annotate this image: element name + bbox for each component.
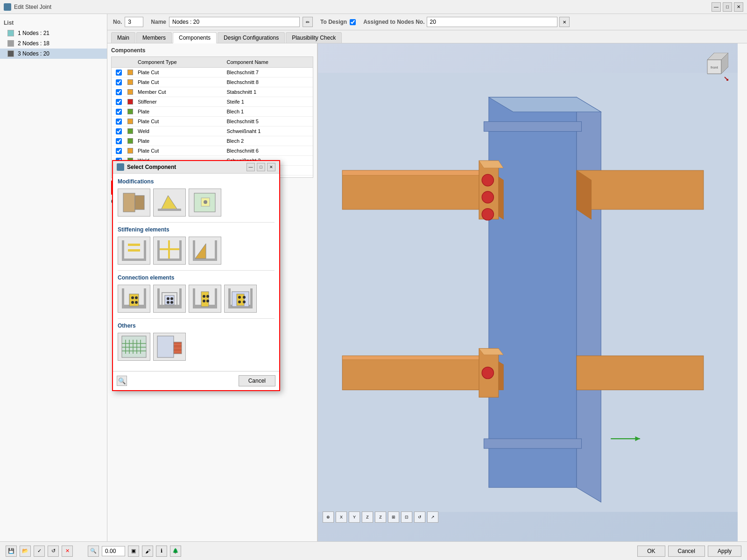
modal-minimize-button[interactable]: —: [247, 163, 255, 171]
refresh-button[interactable]: ↺: [48, 546, 59, 557]
table-row[interactable]: Weld Schweißnaht 1: [112, 126, 313, 136]
modifications-title: Modifications: [118, 178, 275, 185]
minimize-button[interactable]: —: [712, 2, 721, 12]
mod-component-3[interactable]: [189, 189, 221, 217]
view-extra-button[interactable]: ↗: [427, 511, 438, 523]
svg-point-53: [206, 295, 209, 298]
sidebar-item-2[interactable]: 2 Nodes : 18: [0, 38, 107, 49]
modal-close-button[interactable]: ✕: [267, 163, 275, 171]
cancel-button[interactable]: Cancel: [668, 546, 705, 557]
svg-rect-83: [342, 170, 489, 210]
view-x-button[interactable]: X: [336, 511, 347, 523]
axis-view-button[interactable]: ⊕: [323, 511, 334, 523]
row-name-5: Blechschnitt 5: [224, 118, 313, 125]
stiff-component-1[interactable]: [118, 237, 150, 265]
table-row[interactable]: Plate Cut Blechschnitt 7: [112, 68, 313, 77]
sidebar-item-3[interactable]: 3 Nodes : 20: [0, 49, 107, 59]
sidebar: List 1 Nodes : 212 Nodes : 183 Nodes : 2…: [0, 14, 107, 541]
other-component-2[interactable]: [153, 333, 186, 361]
tree-button[interactable]: 🌲: [170, 546, 181, 557]
name-edit-button[interactable]: ✏: [303, 17, 313, 27]
to-design-checkbox[interactable]: [350, 19, 356, 25]
apply-button[interactable]: Apply: [708, 546, 741, 557]
svg-rect-57: [228, 288, 231, 308]
mod-component-2[interactable]: [153, 189, 186, 217]
row-checkbox-1[interactable]: [116, 79, 122, 85]
svg-rect-40: [157, 288, 160, 308]
conn-component-3[interactable]: [189, 285, 221, 313]
svg-rect-32: [122, 288, 124, 308]
view-cube[interactable]: front: [700, 53, 728, 81]
modal-cancel-button[interactable]: Cancel: [239, 375, 275, 386]
table-row[interactable]: Member Cut Stabschnitt 1: [112, 87, 313, 97]
tab-plausibility[interactable]: Plausibility Check: [286, 32, 342, 43]
row-checkbox-7[interactable]: [116, 138, 122, 144]
no-field[interactable]: 3: [125, 17, 143, 27]
tab-design-config[interactable]: Design Configurations: [218, 32, 285, 43]
table-row[interactable]: Stiffener Steife 1: [112, 97, 313, 107]
table-row[interactable]: Plate Cut Blechschnitt 6: [112, 146, 313, 156]
assigned-field[interactable]: 20: [427, 17, 557, 27]
svg-rect-10: [135, 196, 144, 210]
svg-rect-16: [122, 259, 146, 261]
table-row[interactable]: Plate Blech 1: [112, 107, 313, 117]
assigned-edit-button[interactable]: ✕: [559, 17, 570, 27]
maximize-button[interactable]: □: [723, 2, 732, 12]
to-design-label: To Design: [320, 19, 347, 25]
svg-marker-11: [161, 196, 177, 210]
view-xz-button[interactable]: Z: [375, 511, 386, 523]
row-color-7: [127, 138, 133, 144]
row-name-1: Blechschnitt 8: [224, 78, 313, 86]
modal-search-button[interactable]: 🔍: [117, 376, 127, 386]
view-refresh-button[interactable]: ↺: [414, 511, 425, 523]
save-button[interactable]: 💾: [6, 546, 17, 557]
svg-text:front: front: [711, 65, 719, 70]
table-row[interactable]: Plate Cut Blechschnitt 5: [112, 117, 313, 126]
connection-grid: [118, 285, 275, 313]
row-checkbox-8[interactable]: [116, 148, 122, 154]
svg-rect-33: [144, 288, 146, 308]
row-checkbox-5[interactable]: [116, 119, 122, 125]
close-button[interactable]: ✕: [734, 2, 743, 12]
open-button[interactable]: 📂: [20, 546, 31, 557]
mod-component-1[interactable]: [118, 189, 150, 217]
view-toggle-button[interactable]: ⊞: [388, 511, 399, 523]
table-row[interactable]: Plate Cut Blechschnitt 8: [112, 77, 313, 87]
paint-button[interactable]: 🖌: [142, 546, 153, 557]
view-mode-button[interactable]: ⊡: [401, 511, 412, 523]
row-checkbox-0[interactable]: [116, 70, 122, 76]
row-type-4: Plate: [135, 108, 224, 115]
info-button[interactable]: ℹ: [156, 546, 167, 557]
tab-main[interactable]: Main: [111, 32, 135, 43]
modal-footer: 🔍 Cancel: [113, 371, 279, 390]
conn-component-1[interactable]: [118, 285, 150, 313]
view-z-button[interactable]: Z: [362, 511, 373, 523]
row-color-3: [127, 99, 133, 105]
row-type-8: Plate Cut: [135, 147, 224, 154]
modal-maximize-button[interactable]: □: [257, 163, 265, 171]
sidebar-item-1[interactable]: 1 Nodes : 21: [0, 28, 107, 38]
ok-button[interactable]: OK: [637, 546, 665, 557]
row-checkbox-4[interactable]: [116, 109, 122, 115]
table-row[interactable]: Plate Blech 2: [112, 136, 313, 146]
select-button[interactable]: ▣: [128, 546, 139, 557]
modal-body: Modifications: [113, 174, 279, 371]
other-component-1[interactable]: [118, 333, 150, 361]
zoom-button[interactable]: 🔍: [88, 546, 99, 557]
row-checkbox-2[interactable]: [116, 89, 122, 95]
row-checkbox-6[interactable]: [116, 128, 122, 134]
tab-members[interactable]: Members: [136, 32, 172, 43]
tab-components[interactable]: Components: [173, 32, 217, 43]
view-y-button[interactable]: Y: [349, 511, 360, 523]
row-checkbox-3[interactable]: [116, 99, 122, 105]
delete-button[interactable]: ✕: [62, 546, 73, 557]
conn-component-2[interactable]: [153, 285, 186, 313]
bottom-bar: 💾 📂 ✓ ↺ ✕ 🔍 0.00 ▣ 🖌 ℹ 🌲 OK Cancel Apply: [0, 541, 747, 560]
name-field[interactable]: Nodes : 20: [169, 17, 300, 27]
stiff-component-2[interactable]: [153, 237, 186, 265]
svg-rect-23: [179, 240, 182, 261]
stiff-component-3[interactable]: [189, 237, 221, 265]
check-button[interactable]: ✓: [34, 546, 45, 557]
col-name-header: Component Name: [224, 58, 313, 66]
conn-component-4[interactable]: [224, 285, 257, 313]
